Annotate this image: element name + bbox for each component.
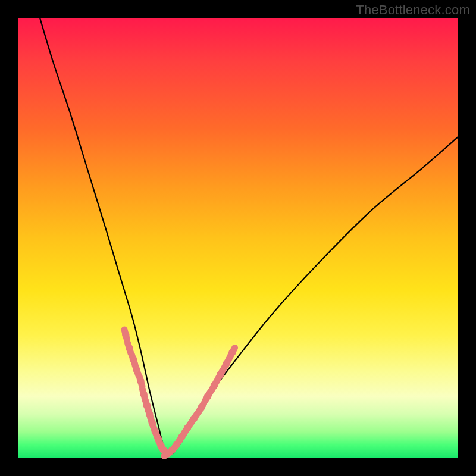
watermark-text: TheBottleneck.com [356, 2, 470, 18]
highlight-dot [204, 393, 211, 400]
highlight-dot [140, 391, 147, 398]
highlight-dot [217, 371, 224, 378]
highlight-dot [126, 345, 133, 352]
highlight-dot [211, 382, 218, 389]
highlight-dot [223, 360, 230, 367]
bottleneck-curve [40, 18, 458, 455]
highlight-dot [228, 349, 236, 356]
highlight-dot [198, 404, 205, 411]
highlight-dot [137, 377, 144, 384]
highlight-dot [130, 355, 137, 362]
highlight-dot [122, 331, 129, 339]
highlight-dot [133, 367, 140, 374]
plot-area [18, 18, 458, 458]
highlight-dot [190, 415, 198, 422]
highlight-dots-left [122, 330, 167, 455]
chart-frame: TheBottleneck.com [0, 0, 476, 476]
highlight-dots-right [164, 347, 236, 456]
chart-svg [18, 18, 458, 458]
